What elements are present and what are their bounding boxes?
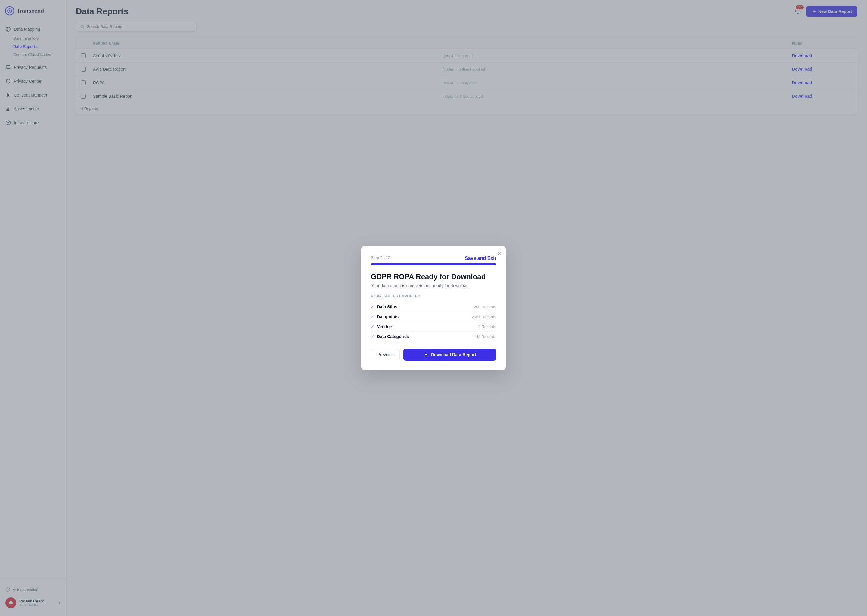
ropa-item-records-4: 48 Records: [476, 335, 496, 339]
ropa-item-2: ✓ Datapoints 2067 Records: [371, 312, 496, 322]
modal-step-label: Step 7 of 7: [371, 255, 390, 260]
check-icon-1: ✓: [371, 304, 375, 309]
modal-close-button[interactable]: ×: [497, 251, 501, 256]
ropa-item-1: ✓ Data Silos 200 Records: [371, 302, 496, 312]
ropa-items-list: ✓ Data Silos 200 Records ✓ Datapoints 20…: [371, 302, 496, 341]
ropa-item-name-2: Datapoints: [377, 314, 399, 319]
download-modal: × Step 7 of 7 Save and Exit GDPR ROPA Re…: [361, 246, 506, 370]
ropa-section-label: ROPA Tables Exported: [371, 294, 496, 299]
ropa-item-3: ✓ Vendors 2 Records: [371, 322, 496, 332]
ropa-item-4: ✓ Data Categories 48 Records: [371, 332, 496, 341]
ropa-item-name-1: Data Silos: [377, 304, 397, 309]
download-report-button[interactable]: Download Data Report: [404, 349, 496, 361]
ropa-item-name-3: Vendors: [377, 324, 394, 329]
download-icon: [424, 352, 429, 357]
progress-bar-fill: [371, 264, 496, 265]
check-icon-4: ✓: [371, 334, 375, 339]
svg-rect-24: [424, 356, 428, 357]
modal-footer: Previous Download Data Report: [371, 349, 496, 361]
ropa-item-records-1: 200 Records: [474, 305, 496, 309]
check-icon-2: ✓: [371, 314, 375, 319]
progress-bar: [371, 264, 496, 265]
modal-save-exit-link[interactable]: Save and Exit: [465, 256, 496, 261]
modal-title: GDPR ROPA Ready for Download: [371, 272, 496, 281]
ropa-item-records-3: 2 Records: [478, 325, 496, 329]
check-icon-3: ✓: [371, 324, 375, 329]
modal-overlay: × Step 7 of 7 Save and Exit GDPR ROPA Re…: [0, 0, 867, 616]
download-button-label: Download Data Report: [431, 352, 476, 357]
previous-button[interactable]: Previous: [371, 349, 400, 360]
ropa-item-records-2: 2067 Records: [472, 314, 496, 319]
ropa-item-name-4: Data Categories: [377, 334, 409, 339]
modal-description: Your data report is complete and ready f…: [371, 283, 496, 288]
